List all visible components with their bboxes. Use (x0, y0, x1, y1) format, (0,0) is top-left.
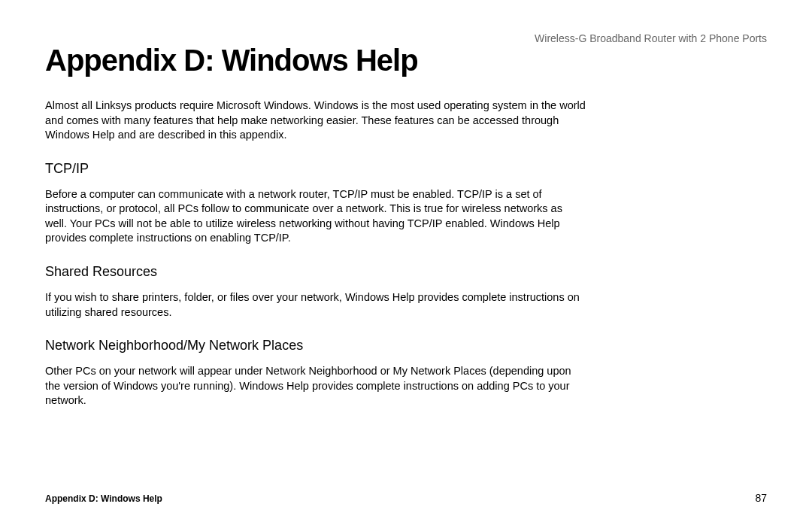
page-title: Appendix D: Windows Help (45, 44, 767, 77)
footer-page-number: 87 (755, 492, 767, 504)
intro-paragraph: Almost all Linksys products require Micr… (45, 99, 586, 143)
footer-appendix-label: Appendix D: Windows Help (45, 493, 162, 504)
section-heading-shared-resources: Shared Resources (45, 264, 767, 280)
section-body-shared-resources: If you wish to share printers, folder, o… (45, 290, 586, 320)
header-product-name: Wireless-G Broadband Router with 2 Phone… (535, 32, 767, 44)
page-footer: Appendix D: Windows Help 87 (45, 492, 767, 504)
section-body-tcpip: Before a computer can communicate with a… (45, 187, 586, 246)
section-heading-tcpip: TCP/IP (45, 161, 767, 177)
section-body-network-neighborhood: Other PCs on your network will appear un… (45, 364, 586, 408)
section-heading-network-neighborhood: Network Neighborhood/My Network Places (45, 338, 767, 354)
